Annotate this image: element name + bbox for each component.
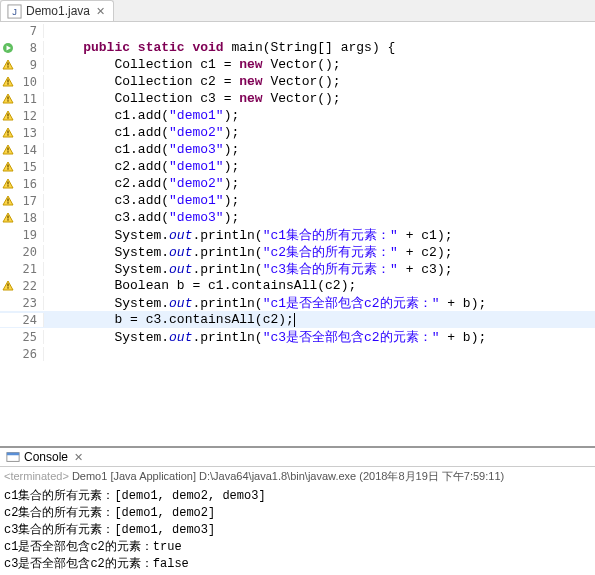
code-line[interactable]: 19 System.out.println("c1集合的所有元素：" + c1)…: [0, 226, 595, 243]
gutter: 25: [0, 330, 44, 344]
java-file-icon: J: [7, 4, 22, 19]
line-number: 20: [23, 245, 37, 259]
code-line[interactable]: 9 Collection c1 = new Vector();: [0, 56, 595, 73]
line-number: 24: [23, 313, 37, 327]
console-status: <terminated> Demo1 [Java Application] D:…: [0, 467, 595, 486]
code-text[interactable]: c3.add("demo3");: [44, 210, 595, 225]
code-line[interactable]: 18 c3.add("demo3");: [0, 209, 595, 226]
line-number: 18: [23, 211, 37, 225]
code-line[interactable]: 23 System.out.println("c1是否全部包含c2的元素：" +…: [0, 294, 595, 311]
code-text[interactable]: Boolean b = c1.containsAll(c2);: [44, 278, 595, 293]
console-line: c3是否全部包含c2的元素：false: [4, 556, 591, 573]
code-text[interactable]: System.out.println("c1是否全部包含c2的元素：" + b)…: [44, 294, 595, 312]
code-line[interactable]: 17 c3.add("demo1");: [0, 192, 595, 209]
code-text[interactable]: c1.add("demo2");: [44, 125, 595, 140]
line-number: 15: [23, 160, 37, 174]
code-line[interactable]: 8 public static void main(String[] args)…: [0, 39, 595, 56]
code-line[interactable]: 13 c1.add("demo2");: [0, 124, 595, 141]
svg-rect-18: [7, 134, 8, 135]
warning-icon: [2, 212, 14, 224]
svg-rect-33: [7, 219, 8, 220]
line-number: 7: [30, 24, 37, 38]
svg-rect-36: [7, 287, 8, 288]
code-line[interactable]: 24 b = c3.containsAll(c2);: [0, 311, 595, 328]
warning-icon: [2, 76, 14, 88]
tab-title: Demo1.java: [26, 4, 90, 18]
gutter: 15: [0, 160, 44, 174]
gutter: 11: [0, 92, 44, 106]
console-pane: Console ✕ <terminated> Demo1 [Java Appli…: [0, 448, 595, 575]
gutter: 8: [0, 41, 44, 55]
line-number: 22: [23, 279, 37, 293]
line-number: 12: [23, 109, 37, 123]
close-icon[interactable]: ✕: [72, 451, 85, 464]
editor-tab[interactable]: J Demo1.java ✕: [0, 0, 114, 21]
code-editor[interactable]: 7 8 public static void main(String[] arg…: [0, 22, 595, 448]
code-line[interactable]: 12 c1.add("demo1");: [0, 107, 595, 124]
code-text[interactable]: System.out.println("c1集合的所有元素：" + c1);: [44, 226, 595, 244]
console-line: c1是否全部包含c2的元素：true: [4, 539, 591, 556]
terminated-label: <terminated>: [4, 470, 69, 482]
gutter: 10: [0, 75, 44, 89]
code-line[interactable]: 25 System.out.println("c3是否全部包含c2的元素：" +…: [0, 328, 595, 345]
gutter: 22: [0, 279, 44, 293]
code-line[interactable]: 10 Collection c2 = new Vector();: [0, 73, 595, 90]
svg-rect-11: [7, 96, 8, 99]
line-number: 21: [23, 262, 37, 276]
code-line[interactable]: 14 c1.add("demo3");: [0, 141, 595, 158]
code-line[interactable]: 15 c2.add("demo1");: [0, 158, 595, 175]
console-output: c1集合的所有元素：[demo1, demo2, demo3]c2集合的所有元素…: [0, 486, 595, 575]
warning-icon: [2, 195, 14, 207]
warning-icon: [2, 127, 14, 139]
svg-rect-12: [7, 100, 8, 101]
code-line[interactable]: 22 Boolean b = c1.containsAll(c2);: [0, 277, 595, 294]
code-line[interactable]: 16 c2.add("demo2");: [0, 175, 595, 192]
svg-rect-30: [7, 202, 8, 203]
code-text[interactable]: System.out.println("c3是否全部包含c2的元素：" + b)…: [44, 328, 595, 346]
code-text[interactable]: c2.add("demo1");: [44, 159, 595, 174]
code-text[interactable]: c1.add("demo1");: [44, 108, 595, 123]
console-tab[interactable]: Console ✕: [0, 448, 595, 467]
code-text[interactable]: b = c3.containsAll(c2);: [44, 312, 595, 327]
gutter: 23: [0, 296, 44, 310]
close-icon[interactable]: ✕: [94, 5, 107, 18]
line-number: 14: [23, 143, 37, 157]
code-text[interactable]: c2.add("demo2");: [44, 176, 595, 191]
line-number: 16: [23, 177, 37, 191]
svg-rect-29: [7, 198, 8, 201]
line-number: 8: [30, 41, 37, 55]
console-line: c1集合的所有元素：[demo1, demo2, demo3]: [4, 488, 591, 505]
svg-rect-5: [7, 62, 8, 65]
code-line[interactable]: 7: [0, 22, 595, 39]
code-text[interactable]: c3.add("demo1");: [44, 193, 595, 208]
code-text[interactable]: Collection c3 = new Vector();: [44, 91, 595, 106]
console-title: Console: [24, 450, 68, 464]
line-number: 19: [23, 228, 37, 242]
svg-rect-20: [7, 147, 8, 150]
gutter: 7: [0, 24, 44, 38]
code-text[interactable]: Collection c2 = new Vector();: [44, 74, 595, 89]
svg-rect-26: [7, 181, 8, 184]
code-text[interactable]: c1.add("demo3");: [44, 142, 595, 157]
console-icon: [6, 450, 20, 464]
code-line[interactable]: 26: [0, 345, 595, 362]
gutter: 12: [0, 109, 44, 123]
code-line[interactable]: 11 Collection c3 = new Vector();: [0, 90, 595, 107]
code-text[interactable]: [44, 23, 595, 38]
gutter: 24: [0, 313, 44, 327]
code-text[interactable]: Collection c1 = new Vector();: [44, 57, 595, 72]
code-line[interactable]: 21 System.out.println("c3集合的所有元素：" + c3)…: [0, 260, 595, 277]
warning-icon: [2, 144, 14, 156]
line-number: 25: [23, 330, 37, 344]
code-text[interactable]: public static void main(String[] args) {: [44, 40, 595, 55]
warning-icon: [2, 178, 14, 190]
code-text[interactable]: [44, 346, 595, 361]
line-number: 11: [23, 92, 37, 106]
code-text[interactable]: System.out.println("c3集合的所有元素：" + c3);: [44, 260, 595, 278]
gutter: 9: [0, 58, 44, 72]
run-icon[interactable]: [2, 42, 14, 54]
code-text[interactable]: System.out.println("c2集合的所有元素：" + c2);: [44, 243, 595, 261]
code-line[interactable]: 20 System.out.println("c2集合的所有元素：" + c2)…: [0, 243, 595, 260]
svg-rect-35: [7, 283, 8, 286]
line-number: 17: [23, 194, 37, 208]
